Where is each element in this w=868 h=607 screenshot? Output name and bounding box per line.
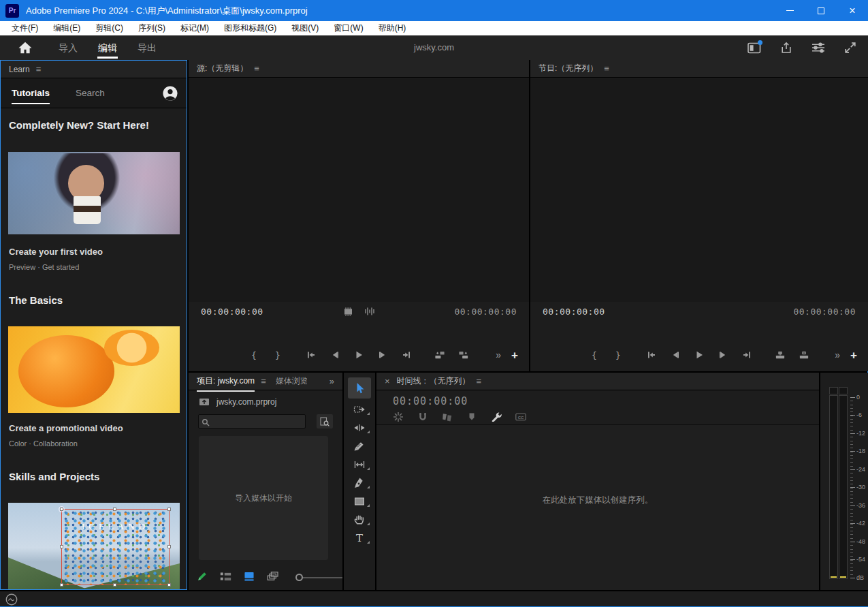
find-button[interactable]: [317, 414, 333, 429]
track-select-forward-tool[interactable]: [344, 400, 375, 418]
step-forward-button[interactable]: [718, 349, 728, 360]
program-monitor-header[interactable]: 节目:（无序列） ≡: [530, 60, 868, 78]
mark-in-button[interactable]: {: [248, 349, 259, 360]
slider-knob[interactable]: [295, 574, 303, 581]
search-input[interactable]: [198, 414, 306, 429]
tab-export[interactable]: 导出: [133, 35, 161, 60]
menu-help[interactable]: 帮助(H): [371, 21, 414, 35]
step-forward-button[interactable]: [377, 349, 388, 360]
pen-tool[interactable]: [344, 473, 375, 492]
panel-menu-icon[interactable]: ≡: [604, 63, 609, 74]
panel-menu-icon[interactable]: ≡: [36, 64, 42, 74]
source-monitor-header[interactable]: 源:（无剪辑） ≡: [189, 60, 529, 78]
drag-audio-button[interactable]: [364, 306, 375, 317]
hand-tool[interactable]: [344, 510, 375, 529]
slip-tool[interactable]: [344, 455, 375, 473]
razor-tool[interactable]: [344, 437, 375, 455]
go-to-in-button[interactable]: [306, 349, 317, 360]
tab-import[interactable]: 导入: [54, 35, 82, 60]
lift-button[interactable]: [775, 349, 786, 360]
menu-view[interactable]: 视图(V): [284, 21, 326, 35]
timeline-playhead-timecode[interactable]: 00:00:00:00: [393, 395, 468, 407]
minimize-button[interactable]: [774, 0, 805, 21]
notification-dot: [758, 40, 762, 45]
tools-panel: T: [344, 373, 375, 590]
learn-panel-header[interactable]: Learn ≡: [1, 61, 187, 78]
share-button[interactable]: [779, 41, 793, 55]
icon-view-button[interactable]: [244, 572, 255, 584]
panel-menu-icon[interactable]: ≡: [254, 63, 259, 74]
card2-title[interactable]: Create a promotional video: [9, 423, 123, 433]
step-back-button[interactable]: [329, 349, 340, 360]
program-more-controls: » +: [835, 347, 857, 363]
quick-export-workspace-button[interactable]: [748, 41, 761, 55]
timeline-settings-button[interactable]: [491, 411, 502, 422]
title-bar: Pr Adobe Premiere Pro 2024 - C:\用户\Admin…: [0, 0, 868, 21]
extract-button[interactable]: [799, 349, 809, 360]
menu-window[interactable]: 窗口(W): [326, 21, 370, 35]
insert-button[interactable]: [434, 349, 445, 360]
more-panels-chevron[interactable]: »: [329, 376, 334, 386]
panel-menu-icon[interactable]: ≡: [261, 376, 266, 386]
panel-close-icon[interactable]: ×: [385, 376, 390, 386]
button-editor-add[interactable]: +: [850, 349, 857, 361]
play-button[interactable]: [694, 349, 705, 360]
tutorial-card-promotional-video[interactable]: [8, 326, 180, 413]
creative-cloud-button[interactable]: [5, 593, 18, 607]
tab-tutorials[interactable]: Tutorials: [12, 88, 50, 98]
list-view-button[interactable]: [220, 572, 231, 584]
timeline-track-area[interactable]: 在此处放下媒体以创建序列。: [376, 424, 819, 590]
nest-toggle-button[interactable]: [393, 411, 404, 422]
button-editor-add[interactable]: +: [511, 349, 518, 361]
project-writable-button[interactable]: [197, 571, 208, 585]
source-monitor-controls: 00:00:00:00 00:00:00:00 { }: [189, 302, 529, 371]
menu-sequence[interactable]: 序列(S): [131, 21, 173, 35]
tab-media-browser[interactable]: 媒体浏览器: [276, 375, 307, 387]
card1-tags: Preview · Get started: [9, 263, 79, 271]
tutorial-card-skills-projects[interactable]: ICELAND: [8, 503, 180, 589]
tab-edit[interactable]: 编辑: [94, 35, 121, 60]
thumbnail-zoom-slider[interactable]: [295, 572, 342, 583]
tab-search[interactable]: Search: [76, 88, 105, 98]
more-buttons-chevron[interactable]: »: [835, 349, 840, 360]
type-tool[interactable]: T: [344, 529, 375, 547]
add-marker-button[interactable]: [466, 411, 477, 422]
freeform-view-button[interactable]: [267, 572, 279, 584]
mark-out-button[interactable]: }: [272, 349, 283, 360]
maximize-button[interactable]: [805, 0, 837, 21]
play-button[interactable]: [353, 349, 364, 360]
mark-out-button[interactable]: }: [613, 349, 624, 360]
step-back-button[interactable]: [670, 349, 681, 360]
mark-in-button[interactable]: {: [589, 349, 600, 360]
overwrite-button[interactable]: [458, 349, 469, 360]
captions-button[interactable]: CC: [515, 411, 526, 422]
tab-project[interactable]: 项目: jwsky.com: [197, 375, 255, 387]
settings-button[interactable]: [811, 41, 825, 55]
menu-edit[interactable]: 编辑(E): [46, 21, 88, 35]
panel-menu-icon[interactable]: ≡: [477, 376, 482, 386]
tutorial-card-first-video[interactable]: [8, 152, 180, 234]
card1-title[interactable]: Create your first video: [9, 247, 103, 257]
rectangle-tool[interactable]: [344, 492, 375, 510]
home-button[interactable]: [18, 41, 33, 55]
fullscreen-button[interactable]: [843, 41, 857, 55]
go-to-out-button[interactable]: [741, 349, 752, 360]
account-avatar[interactable]: [162, 85, 178, 102]
go-to-in-button[interactable]: [646, 349, 657, 360]
selection-tool[interactable]: [344, 377, 375, 400]
menu-graphics-titles[interactable]: 图形和标题(G): [216, 21, 284, 35]
menu-file[interactable]: 文件(F): [4, 21, 46, 35]
workspace-header: 导入 编辑 导出 jwsky.com: [0, 35, 868, 60]
project-drop-zone[interactable]: 导入媒体以开始: [199, 436, 328, 560]
ripple-edit-tool[interactable]: [344, 418, 375, 437]
more-buttons-chevron[interactable]: »: [496, 349, 501, 360]
snap-button[interactable]: [417, 411, 428, 422]
project-root-row[interactable]: jwsky.com.prproj: [199, 397, 276, 407]
menu-clip[interactable]: 剪辑(C): [88, 21, 131, 35]
menu-markers[interactable]: 标记(M): [173, 21, 216, 35]
drag-video-button[interactable]: [342, 306, 353, 317]
window-controls: ×: [774, 0, 868, 21]
close-button[interactable]: ×: [837, 0, 868, 21]
linked-selection-button[interactable]: [442, 411, 453, 422]
go-to-out-button[interactable]: [401, 349, 412, 360]
